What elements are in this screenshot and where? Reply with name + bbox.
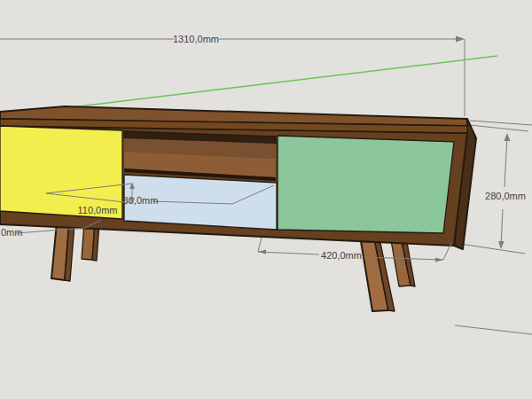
dim-partial-left-label[interactable]: 0mm — [1, 227, 22, 238]
dim-door-width-label[interactable]: 420,0mm — [321, 250, 362, 261]
dim-opening-width-label[interactable]: 480,0mm — [118, 195, 159, 206]
dim-overall-height-label[interactable]: 280,0mm — [485, 191, 526, 201]
model-canvas[interactable]: 1310,0mm 280,0mm — [0, 0, 532, 399]
3d-viewport[interactable]: 1310,0mm 280,0mm — [0, 0, 532, 399]
door-panel-green[interactable] — [278, 136, 454, 233]
dim-total-width-label[interactable]: 1310,0mm — [173, 34, 219, 44]
dim-drawer-height-label[interactable]: 110,0mm — [77, 205, 117, 215]
